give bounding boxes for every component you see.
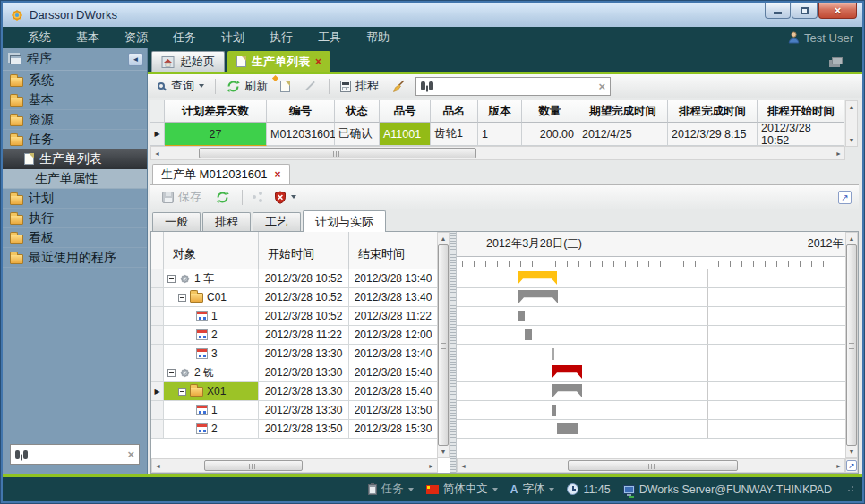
collapse-expander-icon[interactable]	[167, 369, 176, 377]
gantt-bar[interactable]	[552, 348, 554, 360]
sidebar-search[interactable]: ×	[10, 444, 140, 465]
menu-item[interactable]: 资源	[112, 27, 160, 48]
detail-tab-close-icon[interactable]: ×	[275, 168, 281, 181]
col-header[interactable]: 数量	[522, 100, 578, 123]
flow-icon[interactable]	[253, 195, 256, 199]
col-header[interactable]: 编号	[267, 100, 335, 123]
gantt-bar[interactable]	[557, 423, 578, 434]
gantt-bar[interactable]	[518, 311, 525, 321]
scroll-up-icon[interactable]: ▲	[438, 234, 450, 243]
scroll-thumb[interactable]	[846, 244, 857, 446]
schedule-button[interactable]: 排程	[336, 76, 383, 96]
menu-item[interactable]: 基本	[64, 27, 112, 48]
gantt-bar[interactable]	[552, 405, 556, 416]
detail-tab[interactable]: 生产单 M012031601 ×	[152, 164, 290, 184]
scroll-down-icon[interactable]: ▼	[438, 447, 450, 457]
gantt-bar[interactable]	[518, 271, 557, 285]
sidebar-item[interactable]: 执行	[3, 209, 147, 228]
sidebar-item[interactable]: 资源	[3, 110, 147, 130]
scroll-thumb[interactable]	[438, 244, 449, 446]
tree-row[interactable]: 2 铣 2012/3/28 13:30 2012/3/28 15:40	[151, 363, 450, 382]
scroll-right-icon[interactable]: ►	[833, 461, 844, 471]
sidebar-item[interactable]: 任务	[3, 130, 147, 149]
scroll-up-icon[interactable]: ▲	[846, 234, 858, 243]
scroll-left-icon[interactable]: ◄	[151, 149, 163, 158]
tree-col-end[interactable]: 结束时间	[349, 232, 438, 269]
tab-home[interactable]: 起始页	[151, 51, 225, 72]
detail-subtab[interactable]: 工艺	[253, 212, 301, 231]
grid-hscrollbar[interactable]: ◄ ►	[150, 146, 845, 160]
validate-button[interactable]	[270, 189, 301, 206]
tree-col-object[interactable]: 对象	[164, 232, 259, 269]
detail-refresh-button[interactable]	[211, 189, 234, 206]
gantt-bar[interactable]	[552, 384, 582, 397]
minimize-button[interactable]	[765, 3, 791, 19]
tree-row[interactable]: ▶ X01 2012/3/28 13:30 2012/3/28 15:40	[151, 382, 450, 401]
collapse-expander-icon[interactable]	[178, 388, 186, 396]
sidebar-item[interactable]: 看板	[3, 228, 147, 248]
refresh-button[interactable]: 刷新	[222, 76, 272, 96]
tree-row[interactable]: 2 2012/3/28 11:22 2012/3/28 12:00	[151, 326, 450, 345]
tree-row[interactable]: 1 2012/3/28 13:30 2012/3/28 13:50	[151, 401, 450, 420]
menu-item[interactable]: 任务	[160, 27, 209, 48]
sidebar-item[interactable]: 生产单属性	[3, 169, 147, 189]
new-button[interactable]	[276, 79, 295, 94]
query-button[interactable]: 查询	[153, 76, 209, 96]
tab-production-list[interactable]: 生产单列表 ×	[227, 51, 330, 72]
sidebar-item[interactable]: 计划	[3, 189, 147, 209]
sidebar-item[interactable]: 系统	[3, 71, 147, 90]
detail-subtab[interactable]: 排程	[202, 212, 251, 231]
col-header[interactable]: 品号	[380, 100, 431, 123]
scroll-thumb[interactable]	[568, 460, 738, 471]
menu-item[interactable]: 工具	[305, 27, 354, 48]
resize-grip-icon[interactable]	[846, 486, 853, 493]
col-header[interactable]: 版本	[478, 100, 522, 123]
detail-subtab[interactable]: 计划与实际	[303, 210, 386, 232]
language-menu[interactable]: 简体中文	[426, 482, 498, 497]
col-header[interactable]: 计划差异天数	[165, 100, 267, 123]
tree-row[interactable]: 2 2012/3/28 13:50 2012/3/28 15:30	[151, 420, 450, 439]
gantt-bar[interactable]	[552, 365, 582, 379]
window-list-icon[interactable]	[832, 57, 843, 64]
scroll-up-icon[interactable]: ▲	[846, 102, 858, 112]
close-button[interactable]: ×	[818, 3, 857, 19]
tree-row[interactable]: 1 车 2012/3/28 10:52 2012/3/28 13:40	[151, 269, 450, 288]
col-header[interactable]: 状态	[335, 100, 380, 123]
pane-splitter[interactable]	[450, 232, 457, 473]
tree-row[interactable]: 3 2012/3/28 13:30 2012/3/28 13:40	[151, 345, 450, 363]
scroll-down-icon[interactable]: ▼	[846, 447, 858, 457]
scroll-right-icon[interactable]: ►	[425, 461, 437, 471]
grid-vscrollbar[interactable]: ▲ ▼	[845, 100, 858, 147]
menu-item[interactable]: 帮助	[354, 27, 402, 48]
col-header[interactable]: 排程完成时间	[668, 100, 758, 123]
col-header[interactable]: 期望完成时间	[578, 100, 668, 123]
popout-icon[interactable]: ↗	[838, 191, 852, 204]
clean-button[interactable]	[387, 78, 409, 95]
menu-item[interactable]: 执行	[257, 27, 305, 48]
edit-button[interactable]	[298, 83, 322, 89]
collapse-expander-icon[interactable]	[167, 275, 176, 283]
menu-item[interactable]: 计划	[209, 27, 257, 48]
clear-filter-icon[interactable]: ×	[598, 80, 605, 93]
popout-icon[interactable]: ↗	[846, 460, 857, 471]
tree-col-start[interactable]: 开始时间	[259, 232, 349, 269]
grid-row[interactable]: ▶ 27 M012031601 已确认 A11001 齿轮1 1 200.00 …	[150, 123, 845, 146]
scroll-thumb[interactable]	[204, 460, 303, 471]
col-header[interactable]: 排程开始时间	[758, 100, 844, 123]
save-button[interactable]: 保存	[158, 187, 206, 207]
tree-vscrollbar[interactable]: ▲ ▼	[437, 232, 450, 458]
col-header[interactable]: 品名	[431, 100, 478, 123]
font-menu[interactable]: A 字体	[510, 482, 555, 497]
task-menu[interactable]: 任务	[368, 482, 414, 497]
tree-row[interactable]: 1 2012/3/28 10:52 2012/3/28 11:22	[151, 307, 450, 326]
tree-hscrollbar[interactable]: ◄ ►	[151, 458, 438, 473]
scroll-left-icon[interactable]: ◄	[152, 461, 164, 471]
sidebar-item[interactable]: 生产单列表	[3, 149, 147, 169]
scroll-thumb[interactable]	[199, 148, 476, 158]
tree-row[interactable]: C01 2012/3/28 10:52 2012/3/28 13:40	[151, 288, 450, 307]
detail-subtab[interactable]: 一般	[152, 212, 201, 231]
clear-search-icon[interactable]: ×	[127, 448, 134, 461]
gantt-bar[interactable]	[525, 329, 532, 340]
scroll-down-icon[interactable]: ▼	[846, 135, 858, 145]
collapse-expander-icon[interactable]	[178, 294, 186, 302]
